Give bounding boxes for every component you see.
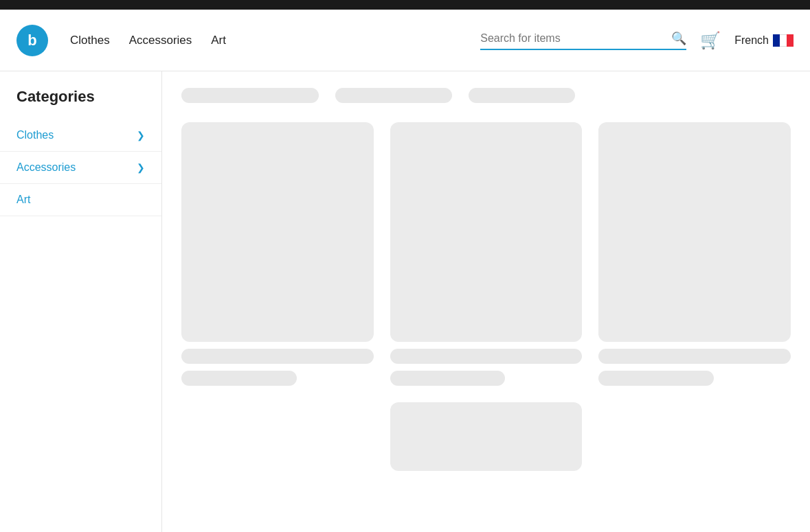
sidebar-item-art-label: Art (16, 194, 30, 205)
product-card-3 (598, 122, 791, 386)
skeleton-bar-2 (335, 88, 452, 103)
cart-icon[interactable]: 🛒 (700, 31, 721, 50)
sidebar-item-clothes[interactable]: Clothes ❯ (0, 119, 161, 152)
product-image-skeleton-3 (598, 122, 791, 342)
language-selector[interactable]: French (734, 34, 794, 47)
skeleton-top-row (181, 88, 791, 103)
search-container: 🔍 (480, 31, 686, 50)
chevron-right-icon: ❯ (137, 130, 145, 141)
sidebar-item-accessories-label: Accessories (16, 161, 76, 174)
partial-card-placeholder-left (181, 402, 374, 471)
sidebar: Categories Clothes ❯ Accessories ❯ Art (0, 71, 162, 532)
language-label: French (734, 34, 769, 47)
nav-art[interactable]: Art (211, 34, 226, 47)
sidebar-item-accessories[interactable]: Accessories ❯ (0, 152, 161, 184)
main-layout: Categories Clothes ❯ Accessories ❯ Art (0, 71, 810, 532)
search-icon[interactable]: 🔍 (671, 31, 686, 46)
partial-card-2 (390, 402, 583, 471)
nav-clothes[interactable]: Clothes (70, 34, 110, 47)
main-nav: Clothes Accessories Art (70, 34, 226, 47)
product-card-2 (390, 122, 583, 386)
partial-card-placeholder-right (598, 402, 791, 471)
product-price-skeleton-1 (181, 371, 297, 386)
sidebar-title: Categories (0, 88, 161, 119)
bottom-row (181, 402, 791, 471)
header: b Clothes Accessories Art 🔍 🛒 French (0, 10, 810, 71)
sidebar-item-art[interactable]: Art (0, 184, 161, 216)
product-title-skeleton-1 (181, 349, 374, 364)
logo[interactable]: b (16, 25, 48, 56)
header-right: 🔍 🛒 French (480, 31, 794, 50)
product-card-1 (181, 122, 374, 386)
product-title-skeleton-3 (598, 349, 791, 364)
nav-accessories[interactable]: Accessories (129, 34, 192, 47)
top-bar (0, 0, 810, 10)
main-content (162, 71, 810, 532)
search-input[interactable] (480, 32, 671, 45)
product-image-skeleton-2 (390, 122, 583, 342)
sidebar-item-clothes-label: Clothes (16, 129, 54, 141)
product-title-skeleton-2 (390, 349, 583, 364)
product-grid (181, 122, 791, 386)
flag-blue (773, 34, 780, 47)
product-price-skeleton-2 (390, 371, 506, 386)
flag-white (780, 34, 787, 47)
logo-letter: b (27, 32, 36, 49)
partial-image-skeleton (390, 402, 583, 471)
product-price-skeleton-3 (598, 371, 714, 386)
skeleton-bar-1 (181, 88, 319, 103)
french-flag (773, 34, 794, 47)
flag-red (787, 34, 794, 47)
skeleton-bar-3 (469, 88, 575, 103)
chevron-right-icon-2: ❯ (137, 162, 145, 173)
product-image-skeleton-1 (181, 122, 374, 342)
